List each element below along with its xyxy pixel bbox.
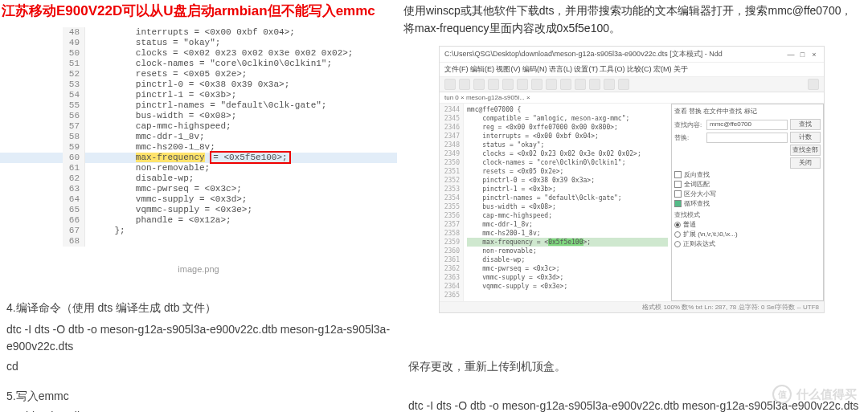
radio-normal[interactable] bbox=[674, 222, 681, 228]
window-controls: — □ × bbox=[786, 51, 819, 59]
chk-wholeword-label: 全词匹配 bbox=[684, 180, 710, 189]
toolbar-button[interactable] bbox=[546, 79, 557, 90]
toolbar-button[interactable] bbox=[473, 79, 485, 90]
toolbar-button[interactable] bbox=[531, 79, 542, 90]
editor-code[interactable]: mmc@ffe07000 { compatible = "amlogic, me… bbox=[464, 104, 671, 301]
find-label: 查找内容: bbox=[674, 120, 706, 129]
checkbox-backward[interactable] bbox=[674, 171, 682, 178]
checkbox-wholeword[interactable] bbox=[674, 181, 682, 188]
step5-label: 5.写入emmc bbox=[6, 388, 397, 405]
close-icon[interactable]: × bbox=[809, 51, 819, 59]
install-command: armbian-install -a yes bbox=[6, 408, 397, 412]
editor-toolbar bbox=[440, 77, 824, 92]
right-instruction: 使用winscp或其他软件下载dts，并用带搜索功能的文本编辑器打开，搜索mmc… bbox=[402, 0, 864, 42]
toolbar-button[interactable] bbox=[517, 79, 528, 90]
chk-backward-label: 反向查找 bbox=[684, 170, 710, 179]
toolbar-button[interactable] bbox=[618, 79, 629, 90]
mode-label: 查找模式 bbox=[674, 210, 821, 219]
find-replace-panel: 查看 替换 在文件中查找 标记 查找内容: mmc@ffe0700 查找 替换:… bbox=[671, 104, 824, 301]
toolbar-button[interactable] bbox=[560, 79, 571, 90]
chk-wrap-label: 循环查找 bbox=[684, 199, 710, 208]
editor-statusbar: 格式模 100% 数% txt Ln: 287, 78 总字符: 0 Sel字符… bbox=[440, 301, 824, 312]
save-reupload-text: 保存更改，重新上传到机顶盒。 bbox=[408, 358, 864, 375]
find-panel-tabs[interactable]: 查看 替换 在文件中查找 标记 bbox=[674, 107, 821, 117]
watermark-logo-icon: 值 bbox=[772, 385, 792, 404]
toolbar-button[interactable] bbox=[459, 79, 470, 90]
radio-normal-label: 普通 bbox=[683, 220, 696, 229]
find-button[interactable]: 查找 bbox=[790, 119, 821, 130]
page-title: 江苏移动E900V22D可以从U盘启动armbian但不能写入emmc bbox=[0, 0, 397, 23]
checkbox-case[interactable] bbox=[674, 190, 682, 198]
replace-input[interactable] bbox=[706, 133, 788, 143]
radio-regex-label: 正则表达式 bbox=[683, 239, 715, 248]
editor-tabs[interactable]: tun 0 × meson-g12a-s905l... × bbox=[440, 92, 824, 104]
replace-label: 替换: bbox=[674, 133, 706, 142]
toolbar-button[interactable] bbox=[589, 79, 600, 90]
minimize-icon[interactable]: — bbox=[786, 51, 796, 59]
toolbar-button[interactable] bbox=[502, 79, 514, 90]
radio-regex[interactable] bbox=[674, 241, 681, 247]
findall-button[interactable]: 查找全部 bbox=[790, 145, 821, 156]
maximize-icon[interactable]: □ bbox=[797, 51, 807, 59]
editor-menubar[interactable]: 文件(F) 编辑(E) 视图(V) 编码(N) 语言(L) 设置(T) 工具(O… bbox=[440, 63, 824, 77]
checkbox-wrap[interactable] bbox=[674, 200, 682, 207]
dts-code-snippet: 48 interrupts = <0x00 0xbf 0x04>;49 stat… bbox=[0, 23, 397, 247]
find-input[interactable]: mmc@ffe0700 bbox=[706, 120, 788, 130]
editor-title-text: C:\Users\QSG\Desktop\download\meson-g12a… bbox=[444, 49, 723, 59]
toolbar-button[interactable] bbox=[604, 79, 615, 90]
left-column: 江苏移动E900V22D可以从U盘启动armbian但不能写入emmc 48 i… bbox=[0, 0, 397, 412]
editor-body: 2344 2345 2346 2347 2348 2349 2350 2351 … bbox=[440, 104, 824, 301]
close-button[interactable]: 关闭 bbox=[790, 157, 821, 169]
right-column: 使用winscp或其他软件下载dts，并用带搜索功能的文本编辑器打开，搜索mmc… bbox=[402, 0, 864, 412]
watermark: 值 什么值得买 bbox=[772, 385, 857, 404]
radio-ext[interactable] bbox=[674, 231, 681, 238]
compile-command: dtc -I dts -O dtb -o meson-g12a-s905l3a-… bbox=[6, 321, 397, 355]
radio-ext-label: 扩展 (\n,\r,\t,\0,\x...) bbox=[683, 230, 738, 239]
image-caption: image.png bbox=[0, 264, 397, 274]
chk-case-label: 区分大小写 bbox=[684, 190, 716, 198]
editor-titlebar: C:\Users\QSG\Desktop\download\meson-g12a… bbox=[440, 47, 824, 63]
toolbar-button[interactable] bbox=[575, 79, 586, 90]
toolbar-button[interactable] bbox=[808, 79, 819, 90]
editor-gutter: 2344 2345 2346 2347 2348 2349 2350 2351 … bbox=[440, 104, 464, 301]
watermark-text: 什么值得买 bbox=[796, 387, 857, 402]
cd-command: cd bbox=[6, 358, 397, 375]
toolbar-button[interactable] bbox=[488, 79, 499, 90]
editor-window: C:\Users\QSG\Desktop\download\meson-g12a… bbox=[439, 46, 825, 313]
toolbar-button[interactable] bbox=[444, 79, 456, 90]
count-button[interactable]: 计数 bbox=[790, 132, 821, 143]
step4-label: 4.编译命令（使用 dts 编译生成 dtb 文件） bbox=[6, 300, 397, 316]
